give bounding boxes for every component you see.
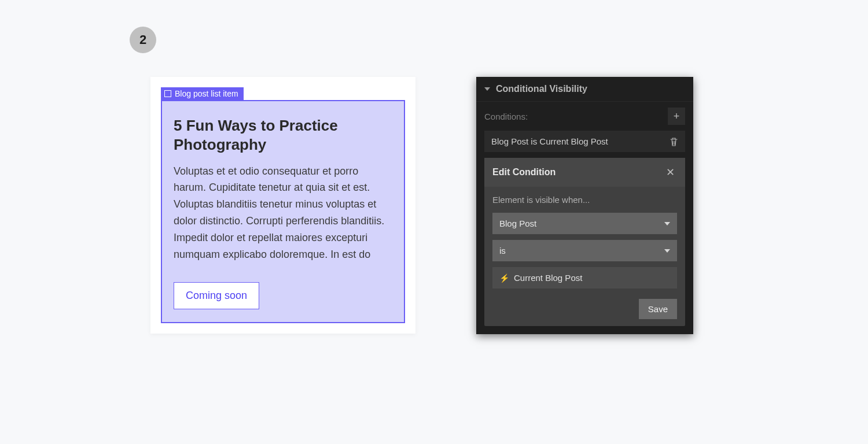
operator-select-value: is [499, 246, 506, 256]
conditions-label: Conditions: [484, 112, 528, 121]
condition-value-text: Current Blog Post [514, 273, 582, 283]
step-number: 2 [139, 32, 146, 47]
edit-condition-panel: Edit Condition ✕ Element is visible when… [484, 158, 685, 326]
save-row: Save [492, 299, 677, 319]
condition-text: Blog Post is Current Blog Post [491, 136, 608, 146]
post-body: Voluptas et et odio consequatur et porro… [174, 163, 392, 263]
add-condition-button[interactable]: + [668, 108, 685, 125]
edit-condition-body: Element is visible when... Blog Post is … [484, 187, 685, 326]
field-select[interactable]: Blog Post [492, 213, 677, 234]
container-icon [164, 90, 171, 97]
step-badge: 2 [130, 27, 156, 53]
chevron-down-icon [664, 222, 670, 225]
edit-condition-header: Edit Condition ✕ [484, 158, 685, 187]
condition-item[interactable]: Blog Post is Current Blog Post [484, 131, 685, 152]
visibility-hint: Element is visible when... [492, 195, 677, 205]
edit-condition-title: Edit Condition [492, 167, 556, 177]
chevron-down-icon [664, 249, 670, 253]
chevron-down-icon [484, 87, 490, 91]
bolt-icon: ⚡ [499, 273, 509, 283]
save-button[interactable]: Save [639, 299, 677, 319]
post-title: 5 Fun Ways to Practice Photography [174, 116, 392, 155]
conditions-row: Conditions: + [476, 102, 693, 131]
coming-soon-button[interactable]: Coming soon [174, 282, 259, 309]
element-selection-tag[interactable]: Blog post list item [161, 87, 244, 100]
element-tag-label: Blog post list item [175, 89, 238, 98]
trash-icon[interactable] [670, 137, 678, 146]
close-icon[interactable]: ✕ [664, 165, 677, 180]
blog-post-list-item[interactable]: 5 Fun Ways to Practice Photography Volup… [161, 100, 405, 323]
conditional-visibility-section-header[interactable]: Conditional Visibility [476, 77, 693, 102]
section-title: Conditional Visibility [496, 84, 587, 94]
condition-value[interactable]: ⚡ Current Blog Post [492, 267, 677, 288]
canvas-preview-card: Blog post list item 5 Fun Ways to Practi… [150, 77, 415, 334]
field-select-value: Blog Post [499, 219, 536, 228]
settings-panel: Conditional Visibility Conditions: + Blo… [476, 77, 693, 334]
plus-icon: + [674, 110, 680, 123]
operator-select[interactable]: is [492, 240, 677, 261]
